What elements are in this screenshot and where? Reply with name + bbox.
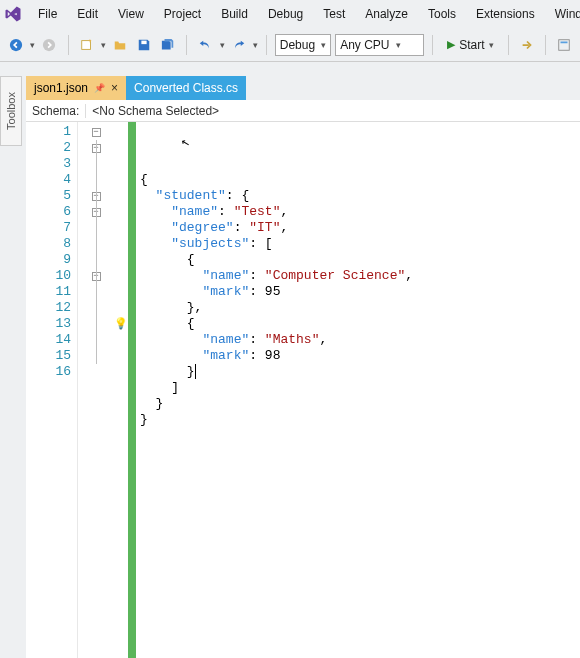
- open-file-button[interactable]: [110, 34, 130, 56]
- menu-item-tools[interactable]: Tools: [418, 3, 466, 25]
- svg-point-1: [43, 38, 55, 50]
- code-line[interactable]: "student": {: [140, 188, 580, 204]
- code-line[interactable]: },: [140, 300, 580, 316]
- bulb-cell: [114, 204, 128, 220]
- fold-cell: [78, 252, 114, 268]
- fold-cell: [78, 236, 114, 252]
- properties-button[interactable]: [554, 34, 574, 56]
- bulb-cell: [114, 156, 128, 172]
- change-indicator: [128, 122, 136, 658]
- fold-cell: [78, 300, 114, 316]
- toolbar: ▾ ▾ ▾ ▾ Debug▾ Any CPU▾ ▶ Start ▾: [0, 28, 580, 62]
- close-icon[interactable]: ×: [111, 81, 118, 95]
- code-line[interactable]: "mark": 98: [140, 348, 580, 364]
- line-number: 13: [26, 316, 71, 332]
- document-tab[interactable]: json1.json📌×: [26, 76, 126, 100]
- code-line[interactable]: "mark": 95: [140, 284, 580, 300]
- nav-back-button[interactable]: [6, 34, 26, 56]
- line-number: 12: [26, 300, 71, 316]
- mouse-cursor-icon: ↖: [179, 133, 191, 151]
- menu-bar: FileEditViewProjectBuildDebugTestAnalyze…: [0, 0, 580, 28]
- bulb-cell: [114, 124, 128, 140]
- code-editor[interactable]: 12345678910111213141516 −−−−− 💡 ↖ { "stu…: [26, 122, 580, 658]
- fold-cell: [78, 172, 114, 188]
- fold-toggle-icon[interactable]: −: [92, 128, 101, 137]
- undo-button[interactable]: [195, 34, 215, 56]
- code-line[interactable]: "degree": "IT",: [140, 220, 580, 236]
- lightbulb-gutter: 💡: [114, 122, 128, 658]
- bulb-cell: [114, 332, 128, 348]
- vs-logo-icon: [4, 3, 22, 25]
- line-number: 3: [26, 156, 71, 172]
- code-line[interactable]: {: [140, 252, 580, 268]
- fold-cell: [78, 284, 114, 300]
- line-number: 8: [26, 236, 71, 252]
- code-text[interactable]: ↖ { "student": { "name": "Test", "degree…: [136, 122, 580, 658]
- code-line[interactable]: {: [140, 316, 580, 332]
- line-number: 4: [26, 172, 71, 188]
- lightbulb-icon[interactable]: 💡: [114, 316, 128, 332]
- svg-rect-4: [559, 39, 570, 50]
- code-line[interactable]: "name": "Computer Science",: [140, 268, 580, 284]
- fold-cell: −: [78, 268, 114, 284]
- new-project-button[interactable]: [76, 34, 96, 56]
- pin-icon[interactable]: 📌: [94, 83, 105, 93]
- configuration-dropdown[interactable]: Debug▾: [275, 34, 331, 56]
- code-line[interactable]: "name": "Test",: [140, 204, 580, 220]
- menu-item-project[interactable]: Project: [154, 3, 211, 25]
- code-line[interactable]: ]: [140, 380, 580, 396]
- line-number: 15: [26, 348, 71, 364]
- svg-rect-3: [141, 40, 146, 44]
- save-button[interactable]: [134, 34, 154, 56]
- bulb-cell: [114, 300, 128, 316]
- document-tab[interactable]: Converted Class.cs: [126, 76, 246, 100]
- fold-cell: [78, 220, 114, 236]
- menu-item-view[interactable]: View: [108, 3, 154, 25]
- bulb-cell: [114, 364, 128, 380]
- menu-item-build[interactable]: Build: [211, 3, 258, 25]
- schema-bar: Schema: <No Schema Selected>: [26, 100, 580, 122]
- bulb-cell: [114, 140, 128, 156]
- line-number: 7: [26, 220, 71, 236]
- code-line[interactable]: }: [140, 364, 580, 380]
- platform-dropdown[interactable]: Any CPU▾: [335, 34, 424, 56]
- code-line[interactable]: "name": "Maths",: [140, 332, 580, 348]
- menu-item-edit[interactable]: Edit: [67, 3, 108, 25]
- schema-label: Schema:: [26, 104, 85, 118]
- fold-cell: −: [78, 204, 114, 220]
- menu-item-extensions[interactable]: Extensions: [466, 3, 545, 25]
- menu-item-file[interactable]: File: [28, 3, 67, 25]
- menu-item-wind[interactable]: Wind: [545, 3, 580, 25]
- menu-item-test[interactable]: Test: [313, 3, 355, 25]
- tab-title: Converted Class.cs: [134, 81, 238, 95]
- step-button[interactable]: [517, 34, 537, 56]
- bulb-cell: [114, 268, 128, 284]
- line-number: 14: [26, 332, 71, 348]
- line-number: 6: [26, 204, 71, 220]
- toolbox-side-tab[interactable]: Toolbox: [0, 76, 22, 146]
- nav-fwd-button[interactable]: [39, 34, 59, 56]
- save-all-button[interactable]: [158, 34, 178, 56]
- code-line[interactable]: }: [140, 412, 580, 428]
- line-number: 9: [26, 252, 71, 268]
- menu-item-analyze[interactable]: Analyze: [355, 3, 418, 25]
- text-caret: [195, 364, 196, 379]
- start-debug-button[interactable]: ▶ Start ▾: [441, 34, 499, 56]
- redo-button[interactable]: [229, 34, 249, 56]
- schema-dropdown[interactable]: <No Schema Selected>: [85, 104, 580, 118]
- svg-rect-5: [560, 41, 567, 43]
- code-line[interactable]: }: [140, 396, 580, 412]
- fold-gutter[interactable]: −−−−−: [78, 122, 114, 658]
- bulb-cell: [114, 172, 128, 188]
- code-line[interactable]: {: [140, 172, 580, 188]
- editor-area: json1.json📌×Converted Class.cs Schema: <…: [26, 76, 580, 658]
- line-number: 11: [26, 284, 71, 300]
- line-number-gutter: 12345678910111213141516: [26, 122, 78, 658]
- document-tabstrip: json1.json📌×Converted Class.cs: [26, 76, 580, 100]
- menu-item-debug[interactable]: Debug: [258, 3, 313, 25]
- bulb-cell: [114, 284, 128, 300]
- fold-cell: [78, 316, 114, 332]
- code-line[interactable]: "subjects": [: [140, 236, 580, 252]
- fold-cell: −: [78, 140, 114, 156]
- bulb-cell: [114, 188, 128, 204]
